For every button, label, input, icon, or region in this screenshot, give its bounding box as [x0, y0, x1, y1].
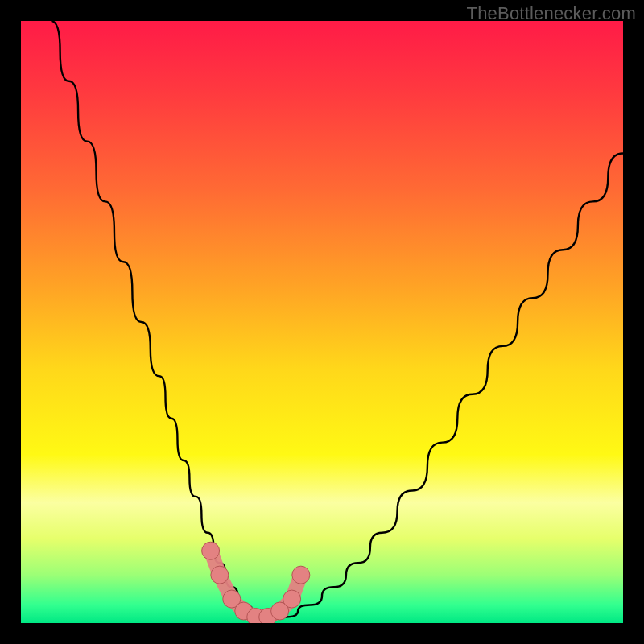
marker-group: [202, 542, 310, 623]
marker-dot: [283, 590, 301, 608]
marker-dot: [202, 542, 220, 559]
watermark-text: TheBottlenecker.com: [467, 3, 636, 24]
chart-frame: TheBottlenecker.com: [0, 0, 644, 644]
curve-layer: [21, 21, 623, 623]
bottleneck-curve: [51, 21, 623, 617]
plot-area: [21, 21, 623, 623]
marker-dot: [292, 566, 310, 584]
marker-dot: [211, 566, 229, 584]
